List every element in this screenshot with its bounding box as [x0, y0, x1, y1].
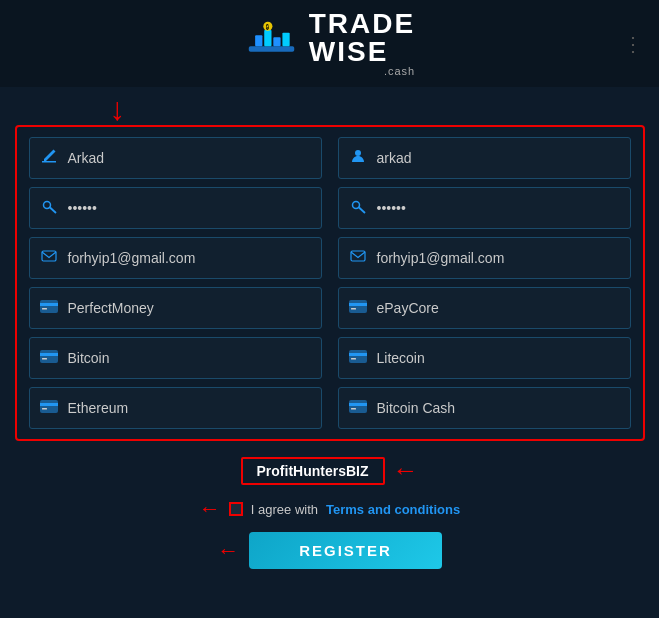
- agree-row: ← I agree with Terms and conditions: [199, 496, 460, 522]
- profit-hunters-label: ProfitHuntersBIZ: [241, 457, 385, 485]
- svg-line-10: [50, 208, 56, 214]
- logo-icon: ₿: [244, 19, 299, 69]
- card-btc-icon: [40, 349, 58, 367]
- svg-line-12: [359, 208, 365, 214]
- svg-rect-25: [349, 353, 367, 356]
- password-right-field[interactable]: ••••••: [338, 187, 631, 229]
- password-left-value: ••••••: [68, 200, 311, 216]
- logo-wise-text: WISE: [309, 38, 415, 66]
- fields-grid: Arkad arkad •••••• ••••••: [29, 137, 631, 429]
- svg-rect-0: [249, 46, 294, 51]
- svg-point-9: [43, 202, 50, 209]
- password-left-field[interactable]: ••••••: [29, 187, 322, 229]
- email-left-field[interactable]: forhyip1@gmail.com: [29, 237, 322, 279]
- card-eth-icon: [40, 399, 58, 417]
- email-right-value: forhyip1@gmail.com: [377, 250, 620, 266]
- svg-rect-24: [349, 350, 367, 363]
- register-arrow-indicator: ←: [217, 538, 239, 564]
- svg-rect-28: [40, 403, 58, 406]
- svg-rect-14: [351, 251, 365, 261]
- svg-rect-29: [42, 408, 47, 410]
- svg-rect-1: [255, 35, 262, 46]
- svg-rect-2: [264, 29, 271, 45]
- register-button[interactable]: REGISTER: [249, 532, 442, 569]
- svg-rect-27: [40, 400, 58, 413]
- username-field[interactable]: arkad: [338, 137, 631, 179]
- perfectmoney-value: PerfectMoney: [68, 300, 311, 316]
- svg-point-11: [352, 202, 359, 209]
- agree-text: I agree with: [251, 502, 318, 517]
- svg-rect-23: [42, 358, 47, 360]
- epaycore-value: ePayCore: [377, 300, 620, 316]
- registration-form: Arkad arkad •••••• ••••••: [15, 125, 645, 441]
- bitcoin-value: Bitcoin: [68, 350, 311, 366]
- fullname-value: Arkad: [68, 150, 311, 166]
- password-right-value: ••••••: [377, 200, 620, 216]
- perfectmoney-field[interactable]: PerfectMoney: [29, 287, 322, 329]
- svg-rect-22: [40, 353, 58, 356]
- card-bch-icon: [349, 399, 367, 417]
- svg-text:₿: ₿: [265, 24, 269, 30]
- logo-text: TRADE WISE .cash: [309, 10, 415, 77]
- bottom-section: ProfitHuntersBIZ ← ← I agree with Terms …: [0, 455, 659, 569]
- bitcoincash-value: Bitcoin Cash: [377, 400, 620, 416]
- svg-rect-3: [273, 37, 280, 46]
- email-left-icon: [40, 248, 58, 268]
- register-area: ← REGISTER: [217, 532, 442, 569]
- ethereum-value: Ethereum: [68, 400, 311, 416]
- logo: ₿ TRADE WISE .cash: [244, 10, 415, 77]
- agree-checkbox[interactable]: [229, 502, 243, 516]
- svg-rect-26: [351, 358, 356, 360]
- card-ep-icon: [349, 299, 367, 317]
- card-ltc-icon: [349, 349, 367, 367]
- key-left-icon: [40, 198, 58, 218]
- logo-trade-text: TRADE: [309, 10, 415, 38]
- svg-rect-32: [351, 408, 356, 410]
- svg-rect-18: [349, 300, 367, 313]
- profit-hunters-area: ProfitHuntersBIZ ←: [241, 455, 419, 486]
- svg-rect-21: [40, 350, 58, 363]
- svg-rect-16: [40, 303, 58, 306]
- svg-rect-15: [40, 300, 58, 313]
- fullname-field[interactable]: Arkad: [29, 137, 322, 179]
- svg-rect-7: [42, 161, 56, 163]
- more-menu-button[interactable]: ⋮: [623, 32, 643, 56]
- email-right-icon: [349, 248, 367, 268]
- terms-link[interactable]: Terms and conditions: [326, 502, 460, 517]
- svg-rect-19: [349, 303, 367, 306]
- key-right-icon: [349, 198, 367, 218]
- left-arrow-indicator: ←: [199, 496, 221, 522]
- svg-rect-13: [42, 251, 56, 261]
- svg-rect-31: [349, 403, 367, 406]
- email-left-value: forhyip1@gmail.com: [68, 250, 311, 266]
- right-arrow-indicator: ←: [393, 455, 419, 486]
- litecoin-field[interactable]: Litecoin: [338, 337, 631, 379]
- epaycore-field[interactable]: ePayCore: [338, 287, 631, 329]
- logo-cash-text: .cash: [309, 66, 415, 77]
- down-arrow-indicator: ↓: [110, 93, 126, 125]
- header: ₿ TRADE WISE .cash ⋮: [0, 0, 659, 87]
- svg-rect-30: [349, 400, 367, 413]
- ethereum-field[interactable]: Ethereum: [29, 387, 322, 429]
- litecoin-value: Litecoin: [377, 350, 620, 366]
- user-icon: [349, 148, 367, 168]
- edit-icon: [40, 148, 58, 168]
- bitcoin-field[interactable]: Bitcoin: [29, 337, 322, 379]
- email-right-field[interactable]: forhyip1@gmail.com: [338, 237, 631, 279]
- agree-checkbox-container[interactable]: [229, 502, 243, 516]
- svg-rect-20: [351, 308, 356, 310]
- svg-point-8: [355, 150, 361, 156]
- card-pm-icon: [40, 299, 58, 317]
- svg-rect-17: [42, 308, 47, 310]
- bitcoincash-field[interactable]: Bitcoin Cash: [338, 387, 631, 429]
- svg-rect-4: [282, 32, 289, 46]
- username-value: arkad: [377, 150, 620, 166]
